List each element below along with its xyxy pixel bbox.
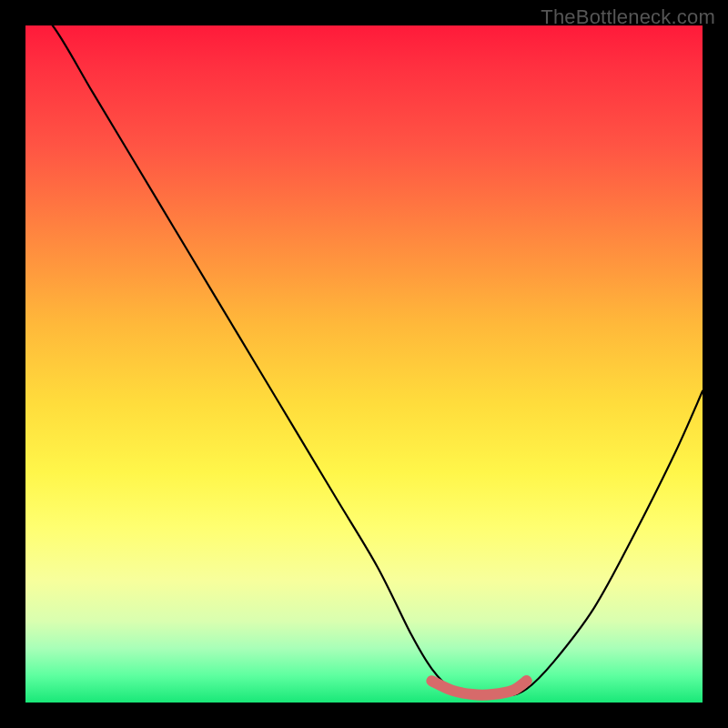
plot-area <box>25 25 703 703</box>
highlight-end-dot <box>521 675 532 686</box>
bottleneck-curve <box>25 25 703 696</box>
optimal-range-highlight <box>431 681 526 694</box>
chart-frame: TheBottleneck.com <box>0 0 728 728</box>
curve-svg <box>25 25 703 703</box>
